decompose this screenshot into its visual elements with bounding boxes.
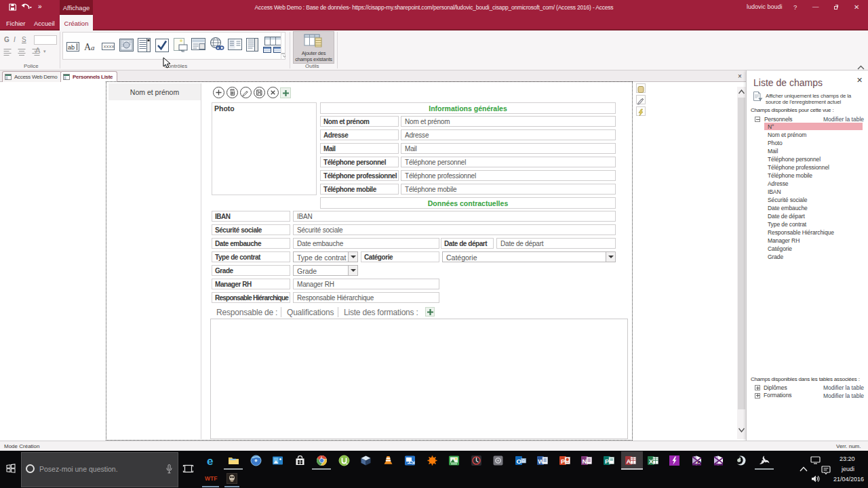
svg-text:e: e	[207, 455, 213, 466]
svg-text:a: a	[91, 43, 95, 52]
svg-text:ab: ab	[68, 44, 75, 51]
svg-text:XXXX: XXXX	[104, 45, 115, 49]
svg-text:A: A	[627, 458, 631, 465]
svg-text:N: N	[583, 458, 587, 465]
svg-text:O: O	[516, 458, 521, 465]
